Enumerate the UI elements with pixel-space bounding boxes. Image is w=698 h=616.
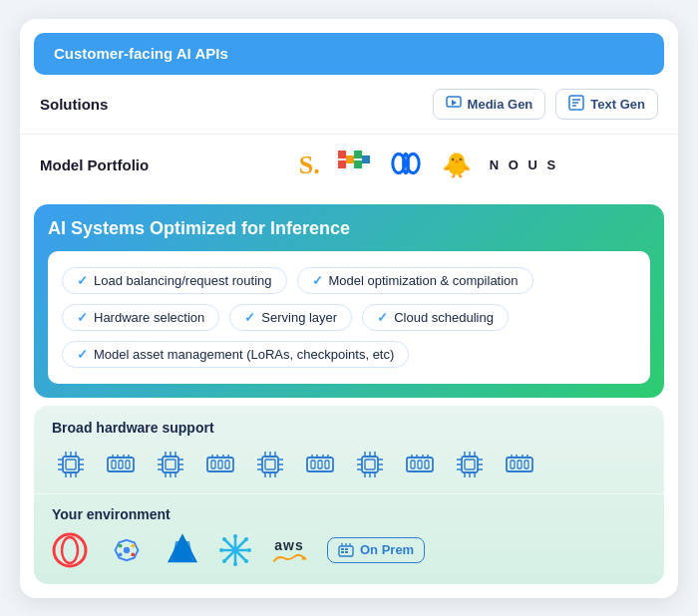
svg-rect-74 — [311, 461, 315, 468]
on-prem-badge: On Prem — [327, 537, 425, 563]
feature-hardware-selection: ✓ Hardware selection — [62, 304, 219, 331]
hw-chip-7 — [351, 446, 389, 483]
portfolio-label: Model Portfolio — [40, 156, 199, 173]
svg-rect-31 — [119, 461, 123, 468]
svg-rect-54 — [225, 461, 229, 468]
features-row-3: ✓ Model asset management (LoRAs, checkpo… — [62, 341, 636, 368]
ai-features-box: ✓ Load balancing/request routing ✓ Model… — [48, 251, 650, 384]
on-prem-text: On Prem — [360, 542, 414, 557]
hardware-title: Broad hardware support — [52, 420, 646, 436]
hw-chip-2 — [102, 446, 140, 483]
feature-load-balancing: ✓ Load balancing/request routing — [62, 267, 287, 294]
svg-rect-8 — [346, 155, 354, 163]
features-grid: ✓ Load balancing/request routing ✓ Model… — [62, 267, 636, 368]
svg-rect-82 — [365, 460, 375, 469]
svg-rect-9 — [354, 151, 362, 158]
svg-rect-118 — [511, 461, 515, 468]
svg-rect-151 — [345, 548, 348, 550]
svg-point-142 — [247, 548, 251, 552]
svg-rect-60 — [265, 460, 275, 469]
hw-chip-9 — [451, 446, 489, 483]
svg-rect-53 — [218, 461, 222, 468]
svg-rect-10 — [354, 160, 362, 168]
svg-point-126 — [62, 537, 78, 563]
svg-point-144 — [244, 559, 248, 563]
hw-chip-6 — [301, 446, 339, 483]
text-gen-icon — [568, 95, 584, 114]
text-gen-label: Text Gen — [590, 97, 645, 112]
check-icon-5: ✓ — [377, 310, 388, 325]
svg-point-129 — [131, 543, 135, 547]
svg-marker-1 — [452, 100, 457, 106]
main-card: Customer-facing AI APIs Solutions Media … — [20, 19, 678, 598]
feature-model-optimization: ✓ Model optimization & compilation — [297, 267, 533, 294]
svg-rect-152 — [345, 551, 348, 553]
media-gen-badge[interactable]: Media Gen — [433, 89, 546, 120]
svg-point-139 — [233, 534, 237, 538]
check-icon-6: ✓ — [77, 347, 88, 362]
svg-rect-96 — [411, 461, 415, 468]
svg-rect-11 — [362, 155, 370, 163]
features-row-1: ✓ Load balancing/request routing ✓ Model… — [62, 267, 636, 294]
azure-logo — [166, 532, 199, 568]
ai-systems-title: AI Systems Optimized for Inference — [48, 218, 650, 239]
svg-rect-98 — [425, 461, 429, 468]
svg-rect-119 — [518, 461, 522, 468]
svg-point-128 — [119, 543, 123, 547]
meta-logo — [388, 153, 424, 178]
svg-rect-120 — [524, 461, 528, 468]
snowflake-logo — [219, 532, 251, 568]
environment-section: Your environment — [34, 494, 664, 584]
nous-logo: N O U S — [490, 157, 558, 172]
svg-point-145 — [244, 537, 248, 541]
meta-quest-logo — [52, 532, 88, 568]
check-icon-3: ✓ — [77, 310, 88, 325]
feature-label-2: Model optimization & compilation — [329, 273, 519, 288]
feature-serving-layer: ✓ Serving layer — [229, 304, 352, 331]
feature-label-5: Cloud scheduling — [394, 310, 494, 325]
text-gen-badge[interactable]: Text Gen — [555, 89, 658, 120]
mixtral-logo — [338, 149, 370, 182]
solutions-badges: Media Gen Text Gen — [433, 89, 658, 120]
media-gen-label: Media Gen — [468, 97, 533, 112]
stability-logo: S. — [299, 151, 320, 180]
aws-logo: aws — [271, 532, 307, 568]
feature-label-4: Serving layer — [261, 310, 337, 325]
svg-rect-38 — [166, 460, 175, 469]
portfolio-row: Model Portfolio S. — [20, 135, 678, 196]
chick-logo: 🐥 — [442, 152, 472, 179]
check-icon-4: ✓ — [244, 310, 255, 325]
media-gen-icon — [446, 95, 462, 114]
environment-title: Your environment — [52, 506, 646, 522]
header-title: Customer-facing AI APIs — [54, 45, 228, 62]
lower-section: Broad hardware support — [34, 406, 664, 584]
hw-chip-1 — [52, 446, 90, 483]
hw-chip-5 — [251, 446, 289, 483]
hw-chip-10 — [501, 446, 538, 483]
hardware-icons-row — [52, 446, 646, 483]
hw-chip-3 — [152, 446, 189, 483]
svg-rect-76 — [325, 461, 329, 468]
env-logos-row: aws — [52, 532, 646, 568]
check-icon-1: ✓ — [77, 273, 88, 288]
svg-rect-6 — [338, 151, 346, 158]
svg-rect-16 — [66, 460, 76, 469]
svg-rect-97 — [418, 461, 422, 468]
hw-chip-4 — [201, 446, 239, 483]
svg-point-146 — [222, 559, 226, 563]
hardware-section: Broad hardware support — [34, 406, 664, 494]
svg-rect-7 — [338, 160, 346, 168]
svg-rect-32 — [126, 461, 130, 468]
svg-point-140 — [233, 562, 237, 566]
customer-facing-header: Customer-facing AI APIs — [34, 33, 664, 75]
svg-point-130 — [131, 552, 135, 556]
svg-rect-52 — [211, 461, 215, 468]
on-prem-logo: On Prem — [327, 532, 425, 568]
ai-systems-section: AI Systems Optimized for Inference ✓ Loa… — [34, 204, 664, 398]
svg-rect-150 — [341, 551, 344, 553]
svg-rect-149 — [341, 548, 344, 550]
feature-label-3: Hardware selection — [94, 310, 204, 325]
solutions-label: Solutions — [40, 96, 108, 113]
feature-label-6: Model asset management (LoRAs, checkpoin… — [94, 347, 394, 362]
svg-rect-104 — [465, 460, 475, 469]
